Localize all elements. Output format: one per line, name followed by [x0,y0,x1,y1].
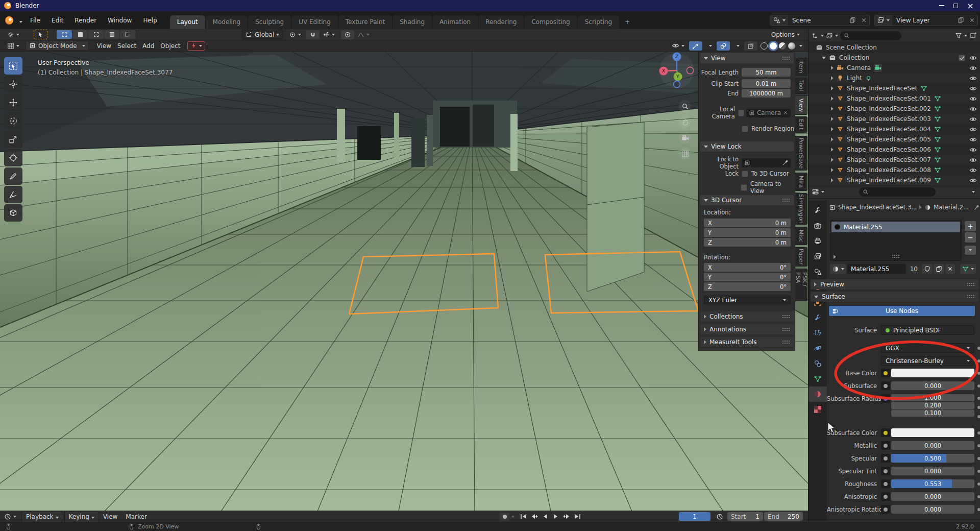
tab-particles[interactable] [808,325,827,341]
roughness-socket[interactable] [881,479,890,488]
prev-keyframe-button[interactable] [529,513,539,521]
cursor-rot-x-field[interactable]: X0° [704,263,791,272]
jump-to-end-button[interactable] [572,513,582,521]
eye-icon[interactable] [969,75,977,82]
tool-transform[interactable] [4,149,22,166]
outliner-row-light[interactable]: Light [808,73,980,83]
shading-material-button[interactable] [779,42,786,50]
tab-sculpting[interactable]: Sculpting [248,15,291,29]
light-data-icon[interactable] [865,75,872,82]
sidebar-tab-view[interactable]: View [795,95,807,115]
jump-to-start-button[interactable] [519,513,528,521]
outliner-display-mode-button[interactable] [812,32,824,39]
subsurface-radius-z[interactable]: 0.100 [891,409,974,417]
animate-dot[interactable] [977,397,980,400]
base-color-swatch[interactable] [891,369,974,377]
perspective-toggle-button[interactable] [679,148,691,160]
tab-texture-paint[interactable]: Texture Paint [338,15,393,29]
panel-view-lock-header[interactable]: View Lock [700,141,794,152]
sidebar-tab-psk-psa[interactable]: PSK / PSA [795,269,807,301]
sidebar-tab-misc[interactable]: Misc [795,227,807,245]
tool-move[interactable] [4,94,22,111]
cursor-loc-y-field[interactable]: Y0 m [704,228,791,237]
overlays-dropdown[interactable] [731,41,743,51]
proportional-falloff-dropdown[interactable] [354,30,373,39]
lock-to-object-field[interactable] [742,158,791,167]
properties-options-dropdown[interactable] [972,191,975,193]
cursor-loc-x-field[interactable]: X0 m [704,219,791,227]
camera-to-view-checkbox[interactable] [741,184,747,191]
fake-user-button[interactable] [922,264,933,274]
specular-slider[interactable]: 0.500 [891,454,974,463]
view-layer-copy-button[interactable] [955,15,967,26]
minimize-icon[interactable] [939,5,944,6]
sidebar-tab-simplygon[interactable]: Simplygon [795,193,807,225]
eye-icon[interactable] [969,146,977,154]
panel-view-header[interactable]: View [700,53,794,63]
to-3d-cursor-checkbox[interactable] [742,171,748,177]
blender-app-icon[interactable] [5,16,22,25]
clip-start-field[interactable]: 0.01 m [742,79,791,88]
eye-icon[interactable] [969,105,977,113]
tab-render[interactable] [808,218,827,233]
animate-dot[interactable] [977,415,980,418]
outliner-filter-button[interactable] [955,32,967,39]
tab-modifiers[interactable] [808,310,827,325]
shading-wireframe-button[interactable] [761,42,768,50]
eye-icon[interactable] [969,64,977,72]
browse-material-button[interactable] [830,264,846,274]
cursor-rot-y-field[interactable]: Y0° [704,273,791,281]
scene-unlink-button[interactable] [859,15,869,26]
tool-scale[interactable] [4,131,22,148]
clip-end-field[interactable]: 1000000 m [742,89,791,98]
eye-icon[interactable] [969,126,977,133]
camera-data-icon[interactable] [874,64,882,72]
powersave-indicator-button[interactable] [187,41,205,51]
view-layer-name-field[interactable]: View Layer [892,17,955,24]
keying-set-dropdown[interactable] [511,516,514,518]
tab-rendering[interactable]: Rendering [478,15,524,29]
tab-layout[interactable]: Layout [170,15,206,29]
play-reverse-button[interactable] [540,513,550,521]
select-mode-intersect[interactable] [120,30,135,39]
eye-icon[interactable] [969,95,977,103]
close-icon[interactable] [967,3,973,9]
animate-dot[interactable] [977,406,980,409]
view-layer-remove-button[interactable] [967,15,977,26]
tool-select-box[interactable] [4,57,22,75]
tab-material[interactable] [808,387,827,402]
material-slot-selected[interactable]: Material.255 [831,222,960,232]
timeline-marker-menu[interactable]: Marker [121,512,151,522]
tab-modeling[interactable]: Modeling [206,15,249,29]
animate-dot[interactable] [977,470,980,473]
outliner-row-mesh[interactable]: Shape_IndexedFaceSet.001 [808,93,980,104]
zoom-button[interactable] [679,100,691,112]
animate-dot[interactable] [977,457,980,460]
animate-dot[interactable] [977,444,980,447]
link-target-dropdown[interactable] [960,264,976,274]
tool-settings-icon[interactable] [4,30,22,39]
anisotropic-socket[interactable] [881,492,890,501]
subsurface-color-socket[interactable] [881,428,890,437]
eye-icon[interactable] [969,156,977,164]
subsurface-socket[interactable] [881,381,890,390]
specular-socket[interactable] [881,454,890,463]
specular-tint-socket[interactable] [881,467,890,475]
menu-object[interactable]: Object [157,41,183,51]
subsurface-color-swatch[interactable] [891,428,974,437]
navigation-gizmo[interactable]: Z X Y [656,50,697,91]
pin-icon[interactable] [973,204,980,211]
menu-render[interactable]: Render [69,15,102,26]
tab-uv-editing[interactable]: UV Editing [291,15,338,29]
timeline-editor-type-button[interactable] [4,513,16,520]
outliner-row-scene-collection[interactable]: Scene Collection [808,42,980,53]
outliner-row-collection[interactable]: Collection [808,53,980,63]
active-tool-button[interactable] [34,30,47,39]
add-material-slot-button[interactable]: + [965,221,976,231]
eye-icon[interactable] [969,85,977,92]
animate-dot[interactable] [977,384,980,388]
tab-scripting[interactable]: Scripting [578,15,620,29]
timeline-view-menu[interactable]: View [99,512,121,522]
menu-file[interactable]: File [24,15,46,26]
outliner-search-input[interactable] [840,31,901,40]
